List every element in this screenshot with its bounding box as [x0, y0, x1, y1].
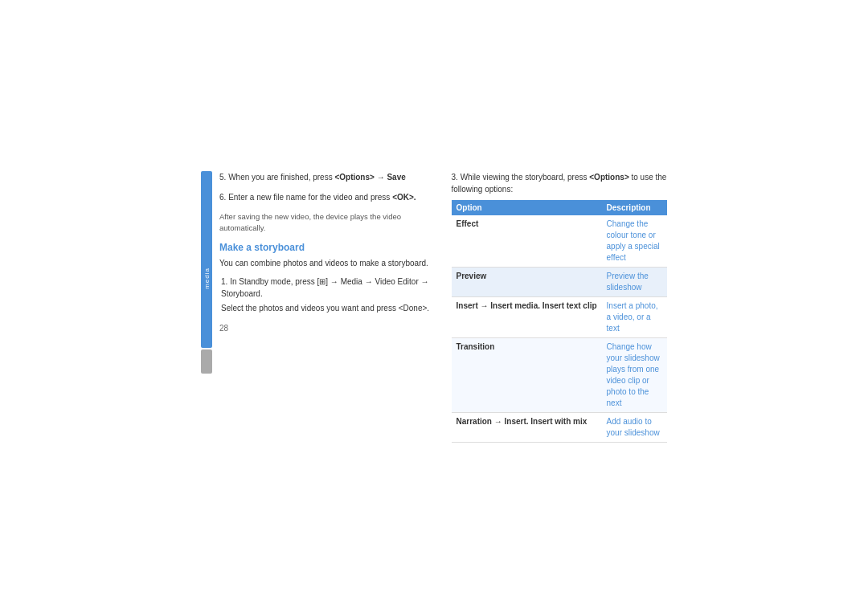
- step5-intro: When you are finished, press: [228, 173, 334, 182]
- table-row: TransitionChange how your slideshow play…: [452, 337, 668, 412]
- make-storyboard-heading: Make a storyboard: [219, 242, 436, 253]
- blue-sidebar-bar: [201, 171, 212, 348]
- right-intro: 3. While viewing the storyboard, press <…: [452, 171, 668, 195]
- option-name: Transition: [452, 337, 602, 412]
- table-row: Narration → Insert. Insert with mixAdd a…: [452, 412, 668, 442]
- step6-block: 6. Enter a new file name for the video a…: [219, 191, 436, 203]
- option-name: Insert → Insert media. Insert text clip: [452, 296, 602, 337]
- option-name: Preview: [452, 267, 602, 296]
- step5-save: Save: [387, 173, 405, 182]
- option-description: Add audio to your slideshow: [602, 412, 667, 442]
- step6-text: 6. Enter a new file name for the video a…: [219, 191, 436, 203]
- right-intro-options: <Options>: [589, 173, 628, 182]
- right-column: 3. While viewing the storyboard, press <…: [452, 171, 668, 443]
- table-header-option: Option: [452, 200, 602, 215]
- left-sidebar: media: [201, 171, 215, 443]
- storyboard-step2: Select the photos and videos you want an…: [219, 302, 436, 314]
- page-container: media 5. When you are finished, press <O…: [0, 0, 868, 613]
- table-row: Insert → Insert media. Insert text clipI…: [452, 296, 668, 337]
- step5-block: 5. When you are finished, press <Options…: [219, 171, 436, 183]
- left-column: 5. When you are finished, press <Options…: [215, 171, 436, 443]
- step5-text: 5. When you are finished, press <Options…: [219, 171, 436, 183]
- option-description: Preview the slideshow: [602, 267, 667, 296]
- after-save-note: After saving the new video, the device p…: [219, 211, 436, 235]
- gray-sidebar-bar: [201, 349, 212, 374]
- table-row: PreviewPreview the slideshow: [452, 267, 668, 296]
- options-table: Option Description EffectChange the colo…: [452, 200, 668, 443]
- step5-arrow: →: [375, 173, 387, 182]
- option-description: Change the colour tone or apply a specia…: [602, 215, 667, 268]
- option-description: Change how your slideshow plays from one…: [602, 337, 667, 412]
- page-number: 28: [219, 324, 436, 333]
- storyboard-description: You can combine photos and videos to mak…: [219, 257, 436, 269]
- main-content: 5. When you are finished, press <Options…: [215, 171, 667, 443]
- step1-pre: In Standby mode, press [: [230, 277, 319, 286]
- table-header-description: Description: [602, 200, 667, 215]
- sidebar-label: media: [203, 268, 211, 289]
- right-intro-pre: While viewing the storyboard, press: [461, 173, 588, 182]
- option-name: Effect: [452, 215, 602, 268]
- content-area: media 5. When you are finished, press <O…: [201, 171, 667, 443]
- option-name: Narration → Insert. Insert with mix: [452, 412, 602, 442]
- step5-options: <Options>: [334, 173, 374, 182]
- storyboard-step1: 1. In Standby mode, press [⊞] → Media → …: [219, 276, 436, 300]
- step6-ok: <OK>.: [392, 193, 416, 202]
- step6-intro: Enter a new file name for the video and …: [228, 193, 392, 202]
- table-row: EffectChange the colour tone or apply a …: [452, 215, 668, 268]
- option-description: Insert a photo, a video, or a text: [602, 296, 667, 337]
